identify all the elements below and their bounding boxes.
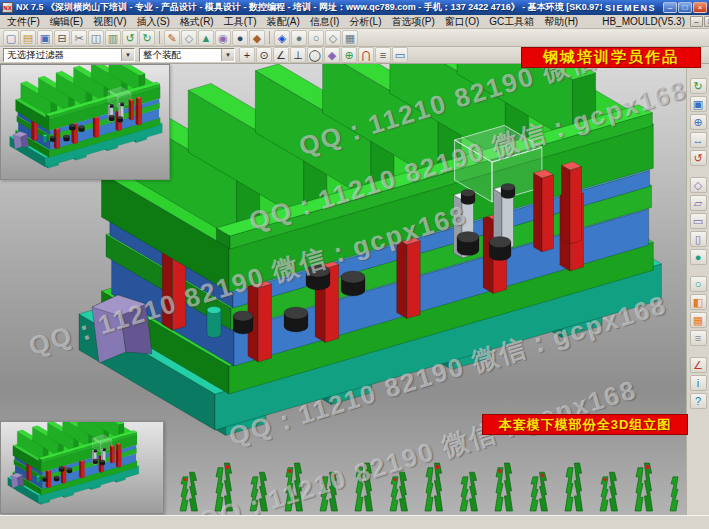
toolbar-separator bbox=[159, 31, 160, 44]
inset-view-top-left[interactable] bbox=[0, 64, 170, 180]
circle-snap-icon[interactable]: ◯ bbox=[307, 47, 323, 63]
snapshot-icon[interactable]: ▦ bbox=[690, 312, 707, 328]
center-snap-icon[interactable]: ⊙ bbox=[256, 47, 272, 63]
front-view-icon[interactable]: ▱ bbox=[690, 195, 707, 211]
measure-icon[interactable]: ∠ bbox=[690, 357, 707, 373]
menu-file[interactable]: 文件(F) bbox=[2, 15, 45, 29]
side-view-icon[interactable]: ▯ bbox=[690, 231, 707, 247]
section-view-icon[interactable]: ◧ bbox=[690, 294, 707, 310]
trimetric-view-icon[interactable]: ◇ bbox=[690, 177, 707, 193]
toolbar-separator bbox=[269, 31, 270, 44]
chevron-down-icon[interactable]: ▼ bbox=[121, 49, 134, 61]
standard-toolbar: ▢▤▣⊟✂◫▥↺↻✎◇▲◉●◆◈●○◇▦ bbox=[0, 29, 709, 47]
menu-window[interactable]: 窗口(O) bbox=[440, 15, 484, 29]
wireframe-mode-icon[interactable]: ○ bbox=[690, 276, 707, 292]
intersection-snap-icon[interactable]: ⊕ bbox=[341, 47, 357, 63]
top-view-icon[interactable]: ▭ bbox=[690, 213, 707, 229]
new-file-icon[interactable]: ▢ bbox=[3, 30, 19, 46]
extrude-icon[interactable]: ▲ bbox=[198, 30, 214, 46]
quadrant-snap-icon[interactable]: ◆ bbox=[324, 47, 340, 63]
nx-application-window: NX NX 7.5 《深圳横岗山下培训 - 专业 - 产品设计 - 模具设计 -… bbox=[0, 0, 709, 529]
close-button[interactable]: × bbox=[693, 2, 707, 13]
status-bar bbox=[0, 515, 709, 529]
layer-settings-icon[interactable]: ≡ bbox=[690, 330, 707, 346]
paste-icon[interactable]: ▥ bbox=[105, 30, 121, 46]
refresh-view-icon[interactable]: ↻ bbox=[690, 78, 707, 94]
redo-icon[interactable]: ↻ bbox=[139, 30, 155, 46]
maximize-button[interactable]: □ bbox=[678, 2, 692, 13]
nx-app-icon: NX bbox=[2, 2, 13, 13]
copy-icon[interactable]: ◫ bbox=[88, 30, 104, 46]
menu-bar: 文件(F)编辑(E)视图(V)插入(S)格式(R)工具(T)装配(A)信息(I)… bbox=[0, 15, 709, 29]
inset-3d-view-1[interactable] bbox=[1, 65, 169, 179]
point-on-curve-icon[interactable]: ⋂ bbox=[358, 47, 374, 63]
menu-format[interactable]: 格式(R) bbox=[175, 15, 219, 29]
view-toolbar-vertical: ↻▣⊕↔↺◇▱▭▯●○◧▦≡∠i? bbox=[686, 64, 709, 515]
undo-icon[interactable]: ↺ bbox=[122, 30, 138, 46]
unfolded-parts-strip[interactable] bbox=[180, 463, 678, 511]
edge-blend-icon[interactable]: ◆ bbox=[249, 30, 265, 46]
sketch-icon[interactable]: ✎ bbox=[164, 30, 180, 46]
minimize-button[interactable]: – bbox=[663, 2, 677, 13]
caption-banner: 本套模下模部份全3D组立图 bbox=[482, 414, 688, 435]
menu-gc-toolbox[interactable]: GC工具箱 bbox=[484, 15, 539, 29]
snap-toggle-icon[interactable]: + bbox=[239, 47, 255, 63]
selection-scope-dropdown[interactable]: 整个装配 ▼ bbox=[139, 48, 235, 62]
doc-minimize-button[interactable]: – bbox=[690, 16, 703, 27]
pan-view-icon[interactable]: ↔ bbox=[690, 132, 707, 148]
open-folder-icon[interactable]: ▤ bbox=[20, 30, 36, 46]
menu-analysis[interactable]: 分析(L) bbox=[344, 15, 386, 29]
menu-tools[interactable]: 工具(T) bbox=[219, 15, 262, 29]
revolve-icon[interactable]: ◉ bbox=[215, 30, 231, 46]
title-bar: NX NX 7.5 《深圳横岗山下培训 - 专业 - 产品设计 - 模具设计 -… bbox=[0, 0, 709, 15]
menu-assemblies[interactable]: 装配(A) bbox=[261, 15, 304, 29]
menu-edit[interactable]: 编辑(E) bbox=[45, 15, 88, 29]
print-icon[interactable]: ⊟ bbox=[54, 30, 70, 46]
doc-restore-button[interactable]: □ bbox=[704, 16, 709, 27]
selection-type-filter-value: 无选择过滤器 bbox=[7, 49, 64, 62]
isometric-view-icon[interactable]: ◇ bbox=[325, 30, 341, 46]
menu-hb-mould[interactable]: HB_MOULD(V5.3) bbox=[597, 16, 690, 27]
inset-view-bottom-left[interactable] bbox=[0, 421, 164, 514]
rotate-view-icon[interactable]: ↺ bbox=[690, 150, 707, 166]
datum-plane-icon[interactable]: ◇ bbox=[181, 30, 197, 46]
siemens-brand: SIEMENS bbox=[605, 3, 656, 13]
angle-snap-icon[interactable]: ∠ bbox=[273, 47, 289, 63]
help-icon[interactable]: ? bbox=[690, 393, 707, 409]
shaded-mode-icon[interactable]: ● bbox=[690, 249, 707, 265]
menu-information[interactable]: 信息(I) bbox=[305, 15, 344, 29]
menu-insert[interactable]: 插入(S) bbox=[131, 15, 174, 29]
save-icon[interactable]: ▣ bbox=[37, 30, 53, 46]
window-title: NX 7.5 《深圳横岗山下培训 - 专业 - 产品设计 - 模具设计 - 数控… bbox=[16, 1, 602, 14]
window-controls: – □ × bbox=[663, 2, 707, 13]
window-layout-icon[interactable]: ▦ bbox=[342, 30, 358, 46]
info-icon[interactable]: i bbox=[690, 375, 707, 391]
inset-3d-view-2[interactable] bbox=[1, 422, 163, 513]
menu-toggle-icon[interactable]: ≡ bbox=[375, 47, 391, 63]
selection-type-filter-dropdown[interactable]: 无选择过滤器 ▼ bbox=[3, 48, 135, 62]
wireframe-view-icon[interactable]: ○ bbox=[308, 30, 324, 46]
menu-preferences[interactable]: 首选项(P) bbox=[387, 15, 440, 29]
hole-icon[interactable]: ● bbox=[232, 30, 248, 46]
document-window-controls: – □ × bbox=[690, 16, 709, 27]
chevron-down-icon[interactable]: ▼ bbox=[221, 49, 234, 61]
mold-assembly-3d-inset2[interactable] bbox=[8, 422, 139, 505]
start-app-cube-icon[interactable]: ◈ bbox=[274, 30, 290, 46]
graphics-window[interactable] bbox=[0, 64, 686, 515]
zoom-view-icon[interactable]: ⊕ bbox=[690, 114, 707, 130]
shaded-view-icon[interactable]: ● bbox=[291, 30, 307, 46]
cut-icon[interactable]: ✂ bbox=[71, 30, 87, 46]
selection-scope-value: 整个装配 bbox=[143, 49, 181, 62]
menu-items: 文件(F)编辑(E)视图(V)插入(S)格式(R)工具(T)装配(A)信息(I)… bbox=[2, 15, 690, 29]
snap-point-icons: +⊙∠⊥◯◆⊕⋂≡▭ bbox=[239, 47, 408, 63]
menu-help[interactable]: 帮助(H) bbox=[539, 15, 583, 29]
perpendicular-snap-icon[interactable]: ⊥ bbox=[290, 47, 306, 63]
fit-view-icon[interactable]: ▣ bbox=[690, 96, 707, 112]
menu-view[interactable]: 视图(V) bbox=[88, 15, 131, 29]
mold-assembly-3d-inset1[interactable] bbox=[10, 65, 163, 168]
wcs-toggle-icon[interactable]: ▭ bbox=[392, 47, 408, 63]
training-stamp-banner: 钢城培训学员作品 bbox=[521, 47, 701, 68]
